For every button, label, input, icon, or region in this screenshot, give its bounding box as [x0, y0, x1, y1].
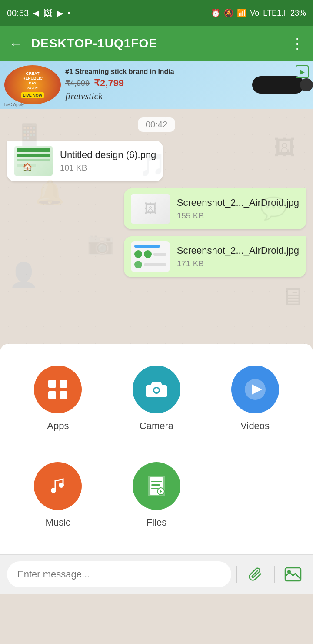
videos-icon-circle: [231, 366, 279, 413]
nav-title: DESKTOP-1UQ1FOE: [31, 37, 282, 50]
file-thumbnail-3: [131, 242, 170, 272]
svg-point-9: [59, 483, 64, 488]
svg-rect-14: [151, 488, 158, 489]
ad-tagline: #1 Streaming stick brand in India: [65, 68, 248, 76]
file-name-1: Untitled design (6).png: [60, 149, 156, 161]
apps-icon: [46, 377, 70, 402]
ad-old-price: ₹4,999: [65, 78, 90, 88]
file-name-3: Screenshot_2..._AirDroid.jpg: [177, 245, 299, 256]
message-sent-2[interactable]: Screenshot_2..._AirDroid.jpg 171 KB: [7, 236, 306, 277]
file-size-3: 171 KB: [177, 259, 299, 268]
message-sent-1[interactable]: 🖼 Screenshot_2..._AirDroid.jpg 155 KB: [7, 188, 306, 229]
videos-icon: [243, 377, 267, 402]
nav-bar: ← DESKTOP-1UQ1FOE ⋮: [0, 26, 313, 61]
ad-brand: firetvstick: [65, 91, 248, 102]
music-label: Music: [46, 517, 70, 528]
camera-icon: [144, 377, 169, 402]
ad-tc: T&C Apply: [3, 102, 24, 107]
mute-icon: 🔕: [224, 8, 233, 18]
signal-icon: Voi LTE1.ll: [250, 9, 287, 18]
svg-rect-1: [60, 380, 67, 388]
attach-button[interactable]: [243, 561, 269, 587]
svg-rect-3: [60, 391, 67, 399]
share-grid-empty: [206, 453, 304, 537]
more-options-button[interactable]: ⋮: [290, 35, 304, 52]
wifi-icon: 📶: [237, 8, 246, 18]
message-input[interactable]: [7, 561, 231, 587]
back-button[interactable]: ←: [9, 36, 23, 52]
share-item-music[interactable]: Music: [9, 453, 107, 537]
image-icon: 🖼: [43, 8, 52, 18]
file-info-3: Screenshot_2..._AirDroid.jpg 171 KB: [177, 245, 299, 268]
camera-label: Camera: [140, 420, 173, 432]
message-received-1[interactable]: 🏠 Untitled design (6).png 101 KB: [7, 141, 306, 181]
share-item-apps[interactable]: Apps: [9, 357, 107, 440]
file-name-2: Screenshot_2..._AirDroid.jpg: [177, 197, 299, 208]
paperclip-icon: [248, 567, 263, 582]
file-size-2: 155 KB: [177, 211, 299, 221]
svg-point-8: [51, 488, 56, 493]
share-item-videos[interactable]: Videos: [206, 357, 304, 440]
share-menu-sheet: Apps Camera Videos: [0, 344, 313, 554]
firestick-graphic: [252, 76, 304, 94]
svg-rect-2: [48, 391, 56, 399]
share-item-camera[interactable]: Camera: [107, 357, 206, 440]
bottom-bar: [0, 554, 313, 594]
ad-badge: GREATREPUBLICDAYSALE LIVE NOW: [4, 65, 61, 104]
battery-indicator: 23%: [290, 9, 306, 18]
file-size-1: 101 KB: [60, 163, 156, 173]
dot-indicator: •: [67, 8, 70, 18]
bubble-sent-1: 🖼 Screenshot_2..._AirDroid.jpg 155 KB: [124, 188, 306, 229]
chat-timestamp: 00:42: [138, 117, 175, 132]
file-info-2: Screenshot_2..._AirDroid.jpg 155 KB: [177, 197, 299, 221]
image-button[interactable]: [280, 561, 306, 587]
svg-rect-12: [151, 481, 162, 482]
share-grid-row2: Music Files: [9, 453, 304, 537]
status-bar: 00:53 ◀ 🖼 ▶ • ⏰ 🔕 📶 Voi LTE1.ll 23%: [0, 0, 313, 26]
files-icon-circle: [133, 462, 180, 510]
music-icon: [46, 474, 70, 498]
files-icon: [144, 474, 169, 498]
bubble-received-1: 🏠 Untitled design (6).png 101 KB: [7, 141, 163, 181]
music-icon-circle: [34, 462, 82, 510]
apps-icon-circle: [34, 366, 82, 413]
svg-rect-0: [48, 380, 56, 388]
svg-rect-17: [160, 490, 161, 493]
alarm-icon: ⏰: [211, 8, 220, 18]
timestamp-row: 00:42: [7, 117, 306, 132]
camera-icon-circle: [133, 366, 180, 413]
status-bar-left: 00:53 ◀ 🖼 ▶ •: [7, 8, 70, 18]
ad-product-image: [252, 76, 309, 94]
ad-new-price: ₹2,799: [94, 77, 124, 89]
videos-label: Videos: [240, 420, 270, 432]
bottom-divider-2: [274, 566, 275, 583]
share-grid-row1: Apps Camera Videos: [9, 357, 304, 440]
status-bar-right: ⏰ 🔕 📶 Voi LTE1.ll 23%: [211, 8, 306, 18]
bubble-sent-2: Screenshot_2..._AirDroid.jpg 171 KB: [124, 236, 306, 277]
ad-play-icon: ▶: [296, 65, 309, 78]
files-label: Files: [147, 517, 166, 528]
image-icon: [284, 567, 302, 582]
share-item-files[interactable]: Files: [107, 453, 206, 537]
bottom-divider: [236, 566, 237, 583]
file-info-1: Untitled design (6).png 101 KB: [60, 149, 156, 173]
status-time: 00:53: [7, 8, 29, 18]
chat-area: 📱 🖼 🔔 💬 👤 🖥 🎵 📷 00:42 🏠 Untitled design …: [0, 109, 313, 344]
svg-rect-13: [151, 484, 160, 486]
file-thumbnail-1: 🏠: [14, 146, 53, 176]
file-thumbnail-2: 🖼: [131, 194, 170, 224]
ad-price-row: ₹4,999 ₹2,799: [65, 77, 248, 89]
svg-point-5: [154, 388, 159, 392]
video-icon: ▶: [57, 8, 63, 18]
apps-label: Apps: [47, 420, 69, 432]
ad-content: #1 Streaming stick brand in India ₹4,999…: [61, 68, 252, 102]
ad-banner[interactable]: GREATREPUBLICDAYSALE LIVE NOW #1 Streami…: [0, 61, 313, 109]
back-arrow-icon: ◀: [33, 8, 39, 18]
